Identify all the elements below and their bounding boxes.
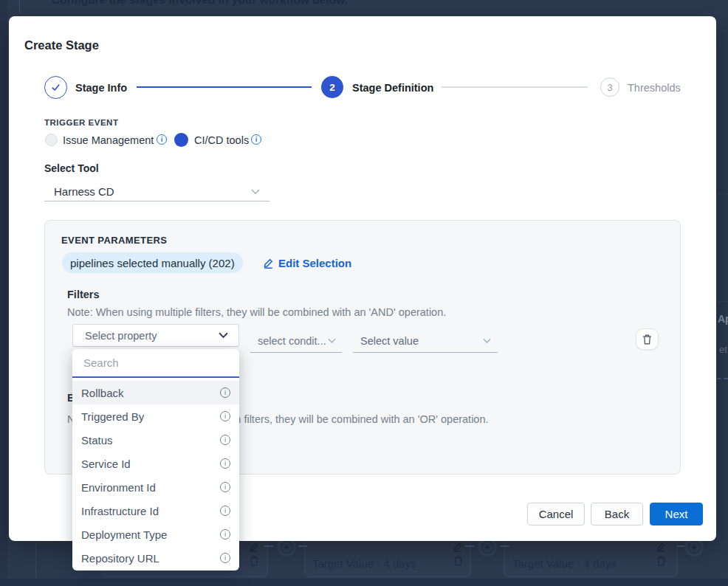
value-select-underline — [353, 352, 498, 353]
condition-select-value[interactable]: select condit... — [258, 335, 326, 347]
select-tool-label: Select Tool — [44, 162, 99, 174]
info-icon: i — [220, 553, 230, 563]
step3-label: Thresholds — [628, 82, 681, 94]
next-button[interactable]: Next — [650, 503, 703, 525]
property-select-value: Select property — [85, 330, 157, 342]
info-icon[interactable]: i — [157, 134, 167, 145]
bg-fragment-text: Ap — [718, 313, 728, 325]
bg-line — [717, 301, 728, 302]
bg-dashed-line — [465, 545, 474, 547]
property-select[interactable]: Select property — [72, 324, 239, 347]
edit-icon — [656, 542, 666, 552]
dropdown-item-service-id[interactable]: Service Idi — [72, 452, 239, 475]
bg-dashed-line — [264, 545, 273, 547]
info-icon: i — [220, 411, 230, 421]
delete-filter-button[interactable] — [636, 328, 659, 350]
step2-circle: 2 — [321, 76, 343, 98]
check-icon — [50, 82, 61, 93]
chevron-down-icon — [328, 338, 336, 344]
search-input[interactable] — [72, 349, 239, 376]
dropdown-item-deployment-type[interactable]: Deployment Typei — [72, 523, 239, 546]
info-icon: i — [220, 458, 230, 469]
step-connector-active — [137, 86, 312, 88]
bg-fragment-text: et — [719, 344, 727, 355]
trash-icon — [250, 556, 259, 566]
trash-icon — [453, 556, 463, 566]
info-icon: i — [220, 529, 230, 540]
filters-heading: Filters — [67, 289, 100, 300]
bg-line — [717, 193, 728, 194]
back-button[interactable]: Back — [591, 503, 643, 525]
edit-icon — [249, 542, 259, 552]
radio-issue-management-label: Issue Management — [63, 134, 154, 146]
filters-note: Note: When using multiple filters, they … — [67, 306, 446, 318]
selection-pill: pipelines selected manually (202) — [62, 252, 243, 273]
chevron-down-icon — [251, 189, 260, 195]
property-dropdown-popup: Rollbacki Triggered Byi Statusi Service … — [72, 349, 239, 571]
edit-icon — [453, 542, 463, 552]
radio-issue-management[interactable] — [45, 134, 58, 146]
step3-circle: 3 — [600, 77, 619, 97]
dropdown-item-rollback[interactable]: Rollbacki — [72, 381, 239, 404]
step1-check-circle — [44, 76, 67, 99]
bg-card-label: Target Value - 4 days — [312, 557, 416, 570]
dropdown-item-status[interactable]: Statusi — [72, 428, 239, 452]
info-icon: i — [220, 482, 230, 492]
step-connector — [442, 86, 588, 88]
step1-label: Stage Info — [75, 82, 127, 94]
radio-cicd-tools-label: CI/CD tools — [194, 134, 249, 146]
edit-icon — [263, 258, 274, 269]
dropdown-item-repository-url[interactable]: Repository URLi — [72, 546, 239, 570]
tool-select-value[interactable]: Harness CD — [54, 185, 114, 198]
info-icon: i — [220, 506, 230, 516]
chevron-down-icon — [219, 332, 228, 339]
chevron-down-icon — [483, 338, 491, 344]
radio-cicd-tools[interactable] — [174, 133, 188, 147]
bg-left-strip — [0, 0, 7, 586]
dropdown-item-environment-id[interactable]: Environment Idi — [72, 475, 239, 499]
cancel-button[interactable]: Cancel — [527, 503, 585, 525]
edit-selection-link[interactable]: Edit Selection — [278, 257, 351, 269]
condition-select-underline — [250, 352, 342, 353]
bg-card-label: Target Value - 4 days — [512, 557, 617, 570]
bg-dashed-line — [677, 545, 684, 547]
info-icon: i — [220, 435, 230, 445]
event-parameters-heading: EVENT PARAMETERS — [61, 235, 167, 246]
trash-icon — [642, 334, 652, 345]
bg-dashed-line — [717, 378, 728, 379]
bg-page-heading: Configure the stages involved in your wo… — [52, 0, 348, 7]
dropdown-item-triggered-by[interactable]: Triggered Byi — [72, 404, 239, 428]
dropdown-item-infrastructure-id[interactable]: Infrastructure Idi — [72, 499, 239, 523]
info-icon: i — [220, 387, 230, 398]
search-underline — [72, 376, 239, 378]
trigger-event-label: TRIGGER EVENT — [44, 118, 118, 127]
step2-label: Stage Definition — [352, 82, 433, 94]
value-select-value[interactable]: Select value — [360, 335, 419, 347]
modal-title: Create Stage — [24, 38, 99, 52]
trash-icon — [656, 556, 666, 566]
info-icon[interactable]: i — [251, 134, 261, 145]
tool-select-underline — [44, 201, 269, 201]
bg-vertical-divider — [19, 0, 20, 13]
bg-bottom-strip — [0, 579, 728, 586]
bg-card-edge — [35, 541, 36, 577]
